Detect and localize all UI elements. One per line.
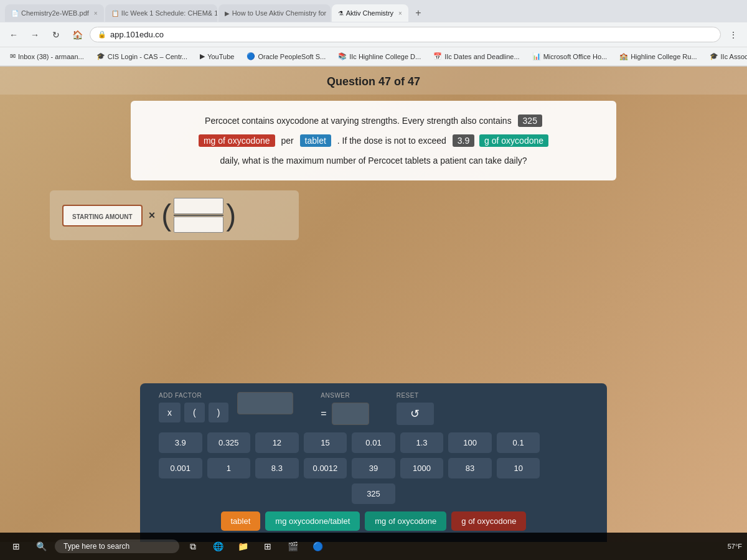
num-btn-12[interactable]: 12 bbox=[255, 432, 299, 453]
num-btn-1[interactable]: 1 bbox=[207, 458, 251, 478]
forward-button[interactable]: → bbox=[26, 26, 44, 44]
bookmark-cis[interactable]: 🎓 CIS Login - CAS – Centr... bbox=[92, 51, 192, 62]
extensions-button[interactable]: ⋮ bbox=[725, 26, 742, 44]
tab-how-to-use[interactable]: ▶ How to Use Aktiv Chemistry for × bbox=[218, 4, 331, 22]
bookmark-icon-3: ▶ bbox=[200, 52, 205, 60]
num-btn-39[interactable]: 39 bbox=[352, 458, 395, 478]
bookmark-label-8: Highline College Ru... bbox=[631, 53, 697, 60]
main-content: Question 47 of 47 Percocet contains oxyc… bbox=[0, 67, 747, 542]
tab-add-button[interactable]: + bbox=[410, 4, 427, 22]
bookmark-associate[interactable]: 🎓 IIc Associate Degree &... bbox=[705, 51, 747, 62]
task-view-button[interactable]: ⧉ bbox=[182, 535, 204, 558]
explorer-icon[interactable]: 📁 bbox=[232, 535, 254, 558]
start-button[interactable]: ⊞ bbox=[5, 535, 27, 558]
question-text-area: Percocet contains oxycodone at varying s… bbox=[131, 101, 616, 180]
bookmark-icon-1: ✉ bbox=[10, 52, 16, 60]
times-symbol: × bbox=[149, 209, 156, 222]
num-btn-0.0012[interactable]: 0.0012 bbox=[304, 458, 347, 478]
bookmark-inbox[interactable]: ✉ Inbox (38) - armaan... bbox=[5, 51, 89, 62]
num-btn-0.01[interactable]: 0.01 bbox=[352, 432, 395, 453]
label-btn-lbl1[interactable]: tablet bbox=[221, 511, 261, 531]
factor-display-section bbox=[237, 392, 293, 414]
num-btn-0.001[interactable]: 0.001 bbox=[159, 458, 202, 478]
windows-icon[interactable]: ⊞ bbox=[256, 535, 279, 558]
bookmark-oracle[interactable]: 🔵 Oracle PeopleSoft S... bbox=[242, 51, 331, 62]
left-paren: ( bbox=[161, 200, 171, 230]
num-btn-83[interactable]: 83 bbox=[448, 458, 492, 478]
factor-open-paren-button[interactable]: ( bbox=[184, 403, 205, 422]
tab-label-3: How to Use Aktiv Chemistry for bbox=[232, 9, 327, 17]
tab-aktiv-chemistry[interactable]: ⚗ Aktiv Chemistry × bbox=[332, 4, 408, 22]
taskbar: ⊞ 🔍 Type here to search ⧉ 🌐 📁 ⊞ 🎬 🔵 57°F bbox=[0, 533, 747, 560]
bookmark-highline-d[interactable]: 📚 IIc Highline College D... bbox=[333, 51, 426, 62]
factor-buttons: x ( ) bbox=[159, 403, 228, 422]
reset-button[interactable]: ↺ bbox=[397, 403, 434, 425]
equals-sign: = bbox=[321, 408, 326, 419]
fraction-bottom bbox=[174, 217, 223, 233]
num-btn-100[interactable]: 100 bbox=[448, 432, 492, 453]
tab-label-2: IIc Week 1 Schedule: CHEM& 161 I bbox=[121, 9, 217, 17]
back-button[interactable]: ← bbox=[5, 26, 22, 44]
tab-close-4[interactable]: × bbox=[398, 10, 402, 17]
bookmark-label-2: CIS Login - CAS – Centr... bbox=[108, 53, 187, 60]
label-btn-lbl4[interactable]: g of oxycodone bbox=[451, 511, 526, 531]
bookmark-label-3: YouTube bbox=[207, 53, 234, 60]
address-bar[interactable]: 🔒 app.101edu.co bbox=[90, 27, 721, 42]
media-icon[interactable]: 🎬 bbox=[281, 535, 304, 558]
num-btn-0.1[interactable]: 0.1 bbox=[497, 432, 540, 453]
bookmark-highline-r[interactable]: 🏫 Highline College Ru... bbox=[614, 51, 702, 62]
reset-label: RESET bbox=[397, 392, 434, 399]
tab-favicon-4: ⚗ bbox=[338, 10, 344, 17]
num-btn-0.325[interactable]: 0.325 bbox=[207, 432, 251, 453]
nav-bar: ← → ↻ 🏠 🔒 app.101edu.co ⋮ bbox=[0, 22, 747, 47]
bookmark-icon-4: 🔵 bbox=[247, 52, 255, 60]
lock-icon: 🔒 bbox=[98, 30, 106, 39]
question-text-before: Percocet contains oxycodone at varying s… bbox=[205, 116, 512, 126]
answer-display: = bbox=[321, 403, 369, 425]
bookmark-label-9: IIc Associate Degree &... bbox=[721, 53, 747, 60]
factor-x-button[interactable]: x bbox=[159, 403, 181, 422]
taskbar-search[interactable]: Type here to search bbox=[55, 539, 179, 553]
question-line3: daily, what is the maximum number of Per… bbox=[149, 152, 598, 169]
factor-close-paren-button[interactable]: ) bbox=[209, 403, 229, 422]
edge-icon[interactable]: 🌐 bbox=[207, 535, 229, 558]
bookmark-youtube[interactable]: ▶ YouTube bbox=[195, 51, 239, 62]
bookmark-label-7: Microsoft Office Ho... bbox=[543, 53, 608, 60]
address-text: app.101edu.co bbox=[110, 30, 164, 39]
home-button[interactable]: 🏠 bbox=[68, 26, 86, 44]
text-per: per bbox=[281, 136, 293, 146]
bookmark-icon-8: 🏫 bbox=[619, 52, 628, 60]
tab-week1[interactable]: 📋 IIc Week 1 Schedule: CHEM& 161 I × bbox=[105, 4, 217, 22]
browser-chrome: 📄 Chemistry2e-WEB.pdf × 📋 IIc Week 1 Sch… bbox=[0, 0, 747, 67]
num-btn-8.3[interactable]: 8.3 bbox=[255, 458, 299, 478]
bookmark-microsoft[interactable]: 📊 Microsoft Office Ho... bbox=[527, 51, 613, 62]
tab-chemistry2e[interactable]: 📄 Chemistry2e-WEB.pdf × bbox=[5, 4, 104, 22]
bookmark-icon-5: 📚 bbox=[338, 52, 347, 60]
label-btn-lbl3[interactable]: mg of oxycodone bbox=[365, 511, 446, 531]
app1-icon[interactable]: 🔵 bbox=[306, 535, 329, 558]
tab-favicon-3: ▶ bbox=[225, 10, 230, 17]
tab-favicon-2: 📋 bbox=[111, 10, 119, 17]
num-btn-3.9[interactable]: 3.9 bbox=[159, 432, 202, 453]
tab-bar: 📄 Chemistry2e-WEB.pdf × 📋 IIc Week 1 Sch… bbox=[0, 0, 747, 22]
bookmark-label-6: IIc Dates and Deadline... bbox=[444, 53, 519, 60]
taskbar-search-placeholder: Type here to search bbox=[63, 542, 129, 551]
reload-button[interactable]: ↻ bbox=[47, 26, 65, 44]
fraction-divider bbox=[174, 215, 223, 216]
num-btn-325[interactable]: 325 bbox=[352, 483, 395, 504]
bookmark-icon-2: 🎓 bbox=[96, 52, 105, 60]
num-btn-1.3[interactable]: 1.3 bbox=[400, 432, 444, 453]
question-number: Question 47 of 47 bbox=[327, 75, 420, 88]
question-container: Question 47 of 47 Percocet contains oxyc… bbox=[0, 67, 747, 542]
label-btn-lbl2[interactable]: mg oxycodone/tablet bbox=[265, 511, 360, 531]
bookmark-icon-7: 📊 bbox=[532, 52, 541, 60]
taskbar-temperature: 57°F bbox=[728, 543, 742, 550]
num-btn-10[interactable]: 10 bbox=[497, 458, 540, 478]
tab-close-1[interactable]: × bbox=[94, 10, 98, 17]
answer-label: ANSWER bbox=[321, 392, 369, 399]
num-btn-1000[interactable]: 1000 bbox=[400, 458, 444, 478]
num-btn-15[interactable]: 15 bbox=[304, 432, 347, 453]
bookmark-dates[interactable]: 📅 IIc Dates and Deadline... bbox=[428, 51, 524, 62]
highlight-325: 325 bbox=[518, 114, 542, 127]
question-header: Question 47 of 47 bbox=[0, 67, 747, 95]
